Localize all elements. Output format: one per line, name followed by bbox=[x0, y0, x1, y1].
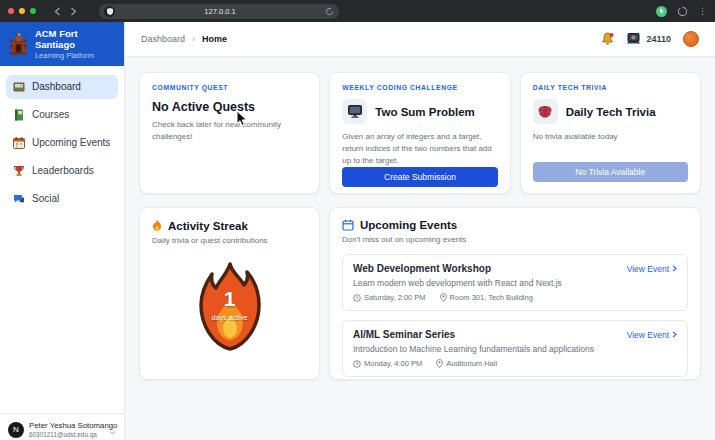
community-quest-subtitle: Check back later for new community chall… bbox=[152, 119, 307, 143]
app-subtitle: Learning Platform bbox=[35, 51, 116, 60]
event-item-aiml-seminar[interactable]: AI/ML Seminar Series View Event Introduc… bbox=[342, 320, 688, 377]
streak-flame: 1 days active bbox=[197, 261, 263, 353]
view-event-link[interactable]: View Event bbox=[627, 330, 677, 340]
points-value: 24110 bbox=[646, 34, 671, 44]
view-event-link[interactable]: View Event bbox=[627, 264, 677, 274]
brain-icon bbox=[533, 99, 558, 124]
extensions-menu-icon[interactable] bbox=[677, 6, 688, 17]
breadcrumb-separator: › bbox=[192, 34, 195, 44]
weekly-challenge-label: WEEKLY CODING CHALLENGE bbox=[342, 84, 497, 91]
user-menu[interactable]: N Peter Yeshua Sotomango 60301211@udst.e… bbox=[0, 413, 124, 440]
no-trivia-button: No Trivia Available bbox=[533, 162, 688, 182]
calendar-icon bbox=[13, 137, 25, 149]
points-laptop-icon bbox=[626, 33, 641, 45]
clock-icon bbox=[353, 360, 361, 368]
top-header: Dashboard › Home 24110 bbox=[125, 22, 715, 57]
book-icon bbox=[13, 109, 25, 121]
weekly-challenge-description: Given an array of integers and a target,… bbox=[342, 131, 497, 167]
dashboard-icon bbox=[13, 81, 25, 93]
sidebar-item-upcoming-events[interactable]: Upcoming Events bbox=[6, 131, 118, 155]
app-logo-band: ACM Fort Santiago Learning Platform bbox=[0, 22, 124, 66]
event-item-web-dev-workshop[interactable]: Web Development Workshop View Event Lear… bbox=[342, 254, 688, 311]
event-location: Auditorium Hall bbox=[446, 359, 497, 368]
streak-count: 1 bbox=[197, 287, 263, 311]
upcoming-events-subtitle: Don't miss out on upcoming events bbox=[342, 235, 688, 244]
sidebar-item-label: Dashboard bbox=[32, 81, 81, 92]
chevron-updown-icon bbox=[109, 425, 116, 435]
event-description: Learn modern web development with React … bbox=[353, 278, 677, 288]
minimize-window-button[interactable] bbox=[19, 8, 25, 14]
daily-trivia-subtitle: No trivia available today bbox=[533, 131, 688, 143]
trophy-icon bbox=[13, 165, 25, 177]
event-description: Introduction to Machine Learning fundame… bbox=[353, 344, 677, 354]
create-submission-button[interactable]: Create Submission bbox=[342, 167, 497, 187]
weekly-challenge-title: Two Sum Problem bbox=[375, 106, 474, 118]
sidebar-item-courses[interactable]: Courses bbox=[6, 103, 118, 127]
close-window-button[interactable] bbox=[8, 8, 14, 14]
monitor-icon bbox=[342, 99, 367, 124]
extension-icon[interactable] bbox=[656, 6, 667, 17]
community-quest-card: COMMUNITY QUEST No Active Quests Check b… bbox=[139, 72, 320, 194]
app-title: ACM Fort Santiago bbox=[35, 28, 116, 51]
chat-icon bbox=[13, 193, 25, 205]
location-pin-icon bbox=[440, 293, 447, 302]
site-security-icon[interactable] bbox=[104, 6, 115, 17]
fort-logo-icon bbox=[8, 33, 29, 55]
event-time: Saturday, 2:00 PM bbox=[364, 293, 426, 302]
daily-trivia-label: DAILY TECH TRIVIA bbox=[533, 84, 688, 91]
clock-icon bbox=[353, 294, 361, 302]
event-location: Room 301, Tech Building bbox=[450, 293, 533, 302]
chevron-right-icon bbox=[672, 331, 677, 338]
breadcrumb-current: Home bbox=[202, 34, 227, 44]
profile-avatar[interactable] bbox=[683, 31, 699, 47]
sidebar-item-label: Social bbox=[32, 193, 59, 204]
activity-streak-card: Activity Streak Daily trivia or quest co… bbox=[139, 207, 320, 380]
sidebar-item-dashboard[interactable]: Dashboard bbox=[6, 75, 118, 99]
calendar-blue-icon bbox=[342, 219, 354, 231]
daily-trivia-title: Daily Tech Trivia bbox=[566, 106, 656, 118]
weekly-challenge-card: WEEKLY CODING CHALLENGE Two Sum Problem … bbox=[329, 72, 510, 194]
location-pin-icon bbox=[436, 359, 443, 368]
upcoming-events-title: Upcoming Events bbox=[360, 219, 457, 231]
user-avatar: N bbox=[8, 422, 24, 438]
streak-count-label: days active bbox=[197, 313, 263, 322]
breadcrumb-root[interactable]: Dashboard bbox=[141, 34, 185, 44]
browser-menu-icon[interactable]: ⋮ bbox=[698, 7, 707, 16]
chevron-right-icon bbox=[672, 265, 677, 272]
event-title: Web Development Workshop bbox=[353, 263, 491, 274]
community-quest-title: No Active Quests bbox=[152, 100, 307, 114]
activity-streak-subtitle: Daily trivia or quest contributions bbox=[152, 236, 307, 245]
user-name: Peter Yeshua Sotomango bbox=[29, 421, 104, 431]
sidebar-item-leaderboards[interactable]: Leaderboards bbox=[6, 159, 118, 183]
sidebar-item-social[interactable]: Social bbox=[6, 187, 118, 211]
sidebar-item-label: Upcoming Events bbox=[32, 137, 110, 148]
address-bar[interactable]: 127.0.0.1 bbox=[99, 4, 339, 19]
event-title: AI/ML Seminar Series bbox=[353, 329, 455, 340]
upcoming-events-card: Upcoming Events Don't miss out on upcomi… bbox=[329, 207, 701, 380]
back-icon[interactable] bbox=[54, 7, 61, 16]
url-text: 127.0.0.1 bbox=[115, 7, 325, 16]
sidebar: ACM Fort Santiago Learning Platform Dash… bbox=[0, 22, 125, 440]
activity-streak-title: Activity Streak bbox=[168, 220, 248, 232]
user-email: 60301211@udst.edu.qa bbox=[29, 431, 104, 438]
flame-small-icon bbox=[152, 219, 162, 232]
sidebar-nav: Dashboard Courses Upcoming Events Leader… bbox=[0, 66, 124, 220]
maximize-window-button[interactable] bbox=[30, 8, 36, 14]
event-time: Monday, 4:00 PM bbox=[364, 359, 422, 368]
browser-chrome: 127.0.0.1 ⋮ bbox=[0, 0, 715, 22]
window-controls[interactable] bbox=[8, 8, 36, 14]
notifications-bell-icon[interactable] bbox=[601, 32, 614, 46]
daily-trivia-card: DAILY TECH TRIVIA Daily Tech Trivia No t… bbox=[520, 72, 701, 194]
points-display[interactable]: 24110 bbox=[626, 33, 671, 45]
reload-icon[interactable] bbox=[325, 7, 334, 16]
community-quest-label: COMMUNITY QUEST bbox=[152, 84, 307, 91]
dashboard-main: COMMUNITY QUEST No Active Quests Check b… bbox=[125, 57, 715, 395]
sidebar-item-label: Courses bbox=[32, 109, 69, 120]
sidebar-item-label: Leaderboards bbox=[32, 165, 94, 176]
forward-icon[interactable] bbox=[70, 7, 77, 16]
